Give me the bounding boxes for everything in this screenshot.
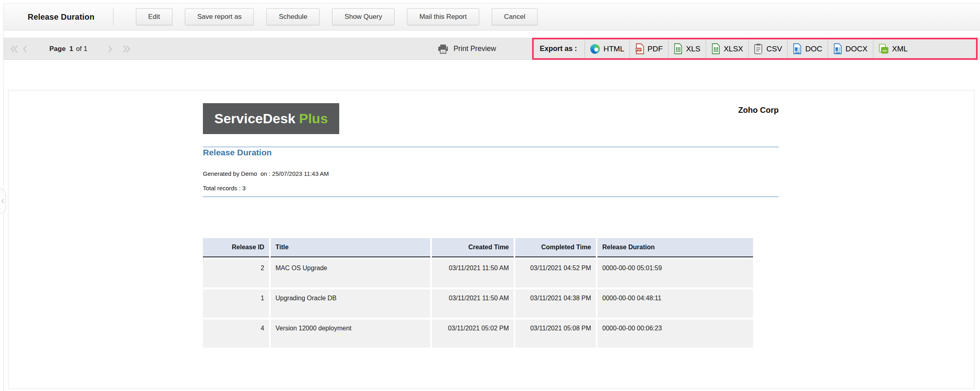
svg-text:PDF: PDF bbox=[636, 48, 641, 51]
svg-text:</>: </> bbox=[882, 49, 887, 53]
total-records-text: Total records : 3 bbox=[203, 185, 246, 191]
table-row: 2 MAC OS Upgrade 03/11/2021 11:50 AM 03/… bbox=[203, 259, 753, 287]
cell-title: Version 12000 deployment bbox=[271, 320, 430, 348]
cell-created-time: 03/11/2021 11:50 AM bbox=[432, 289, 514, 318]
cell-release-duration: 0000-00-00 00:06:23 bbox=[597, 320, 753, 348]
export-html-label: HTML bbox=[603, 45, 624, 53]
export-csv-button[interactable]: CSV bbox=[748, 39, 787, 58]
show-query-button[interactable]: Show Query bbox=[332, 8, 395, 25]
export-doc-label: DOC bbox=[805, 45, 822, 53]
cell-title: Upgrading Oracle DB bbox=[271, 289, 430, 318]
pdf-file-icon: PDF bbox=[635, 43, 644, 54]
export-as-label: Export as : bbox=[534, 39, 585, 58]
prev-page-icon[interactable] bbox=[20, 42, 30, 56]
export-pdf-label: PDF bbox=[648, 45, 663, 53]
column-header-completed-time: Completed Time bbox=[515, 238, 596, 257]
column-header-created-time: Created Time bbox=[432, 238, 514, 257]
cell-release-id: 4 bbox=[203, 320, 269, 348]
export-xls-label: XLS bbox=[686, 45, 701, 53]
xlsx-file-icon bbox=[711, 43, 720, 54]
column-header-release-id: Release ID bbox=[203, 238, 269, 257]
collapse-panel-handle[interactable] bbox=[0, 189, 6, 214]
release-duration-table: Release ID Title Created Time Completed … bbox=[201, 236, 755, 350]
report-toolbar: Release Duration Edit Save report as Sch… bbox=[4, 3, 980, 31]
export-xml-button[interactable]: </> XML bbox=[873, 39, 913, 58]
page-indicator: Page 1of 1 bbox=[49, 45, 87, 53]
print-preview-button[interactable]: Print Preview bbox=[438, 38, 496, 59]
cell-created-time: 03/11/2021 11:50 AM bbox=[432, 259, 514, 287]
cell-completed-time: 03/11/2021 04:38 PM bbox=[515, 289, 596, 318]
schedule-button[interactable]: Schedule bbox=[266, 8, 320, 25]
toolbar-button-row: Edit Save report as Schedule Show Query … bbox=[136, 8, 538, 25]
separator-line-bottom bbox=[203, 196, 779, 197]
csv-file-icon bbox=[754, 43, 763, 54]
export-bar: Export as : HTML PDF PDF XLS bbox=[532, 38, 978, 60]
release-duration-report-screen: Release Duration Edit Save report as Sch… bbox=[0, 0, 980, 391]
cell-completed-time: 03/11/2021 05:08 PM bbox=[515, 320, 596, 348]
mail-this-report-button[interactable]: Mail this Report bbox=[407, 8, 479, 25]
cell-release-id: 2 bbox=[203, 259, 269, 287]
xls-file-icon bbox=[674, 43, 682, 54]
cancel-button[interactable]: Cancel bbox=[492, 8, 538, 25]
export-xml-label: XML bbox=[892, 45, 908, 53]
column-header-release-duration: Release Duration bbox=[597, 238, 753, 257]
doc-file-icon bbox=[793, 43, 802, 54]
export-csv-label: CSV bbox=[766, 45, 782, 53]
company-name: Zoho Corp bbox=[203, 106, 779, 115]
cell-title: MAC OS Upgrade bbox=[271, 259, 430, 287]
export-pdf-button[interactable]: PDF PDF bbox=[630, 39, 668, 58]
export-docx-button[interactable]: DOCX bbox=[828, 39, 873, 58]
table-row: 4 Version 12000 deployment 03/11/2021 05… bbox=[203, 320, 753, 348]
pagination: Page 1of 1 bbox=[8, 38, 132, 59]
print-preview-label: Print Preview bbox=[454, 45, 496, 53]
cell-created-time: 03/11/2021 05:02 PM bbox=[432, 320, 514, 348]
save-report-as-button[interactable]: Save report as bbox=[185, 8, 254, 25]
page-number: Page 1 bbox=[49, 45, 73, 53]
cell-release-duration: 0000-00-00 05:01:59 bbox=[597, 259, 753, 287]
chevron-left-icon bbox=[1, 198, 5, 204]
pager-export-toolbar: Page 1of 1 Print Preview Export as : bbox=[4, 38, 980, 60]
export-docx-label: DOCX bbox=[846, 45, 868, 53]
printer-icon bbox=[438, 44, 448, 54]
page-total: of 1 bbox=[76, 45, 87, 53]
report-heading: Release Duration bbox=[203, 148, 272, 157]
edge-browser-icon bbox=[590, 44, 600, 54]
docx-file-icon bbox=[833, 43, 842, 54]
next-page-icon[interactable] bbox=[105, 42, 115, 56]
xml-file-icon: </> bbox=[879, 44, 889, 54]
last-page-icon[interactable] bbox=[120, 42, 132, 56]
export-xlsx-label: XLSX bbox=[724, 45, 743, 53]
export-xlsx-button[interactable]: XLSX bbox=[706, 39, 749, 58]
table-row: 1 Upgrading Oracle DB 03/11/2021 11:50 A… bbox=[203, 289, 753, 318]
report-title: Release Duration bbox=[28, 12, 95, 22]
cell-release-id: 1 bbox=[203, 289, 269, 318]
edit-button[interactable]: Edit bbox=[136, 8, 172, 25]
separator-line-top bbox=[203, 147, 779, 147]
generated-by-text: Generated by Demo on : 25/07/2023 11:43 … bbox=[203, 170, 329, 177]
export-doc-button[interactable]: DOC bbox=[787, 39, 827, 58]
export-xls-button[interactable]: XLS bbox=[668, 39, 706, 58]
table-header-row: Release ID Title Created Time Completed … bbox=[203, 238, 753, 257]
report-page: ServiceDesk Plus Zoho Corp Release Durat… bbox=[8, 90, 974, 389]
export-html-button[interactable]: HTML bbox=[585, 39, 630, 58]
column-header-title: Title bbox=[271, 238, 430, 257]
toolbar-divider bbox=[113, 8, 113, 25]
cell-completed-time: 03/11/2021 04:52 PM bbox=[515, 259, 596, 287]
first-page-icon[interactable] bbox=[8, 42, 20, 56]
cell-release-duration: 0000-00-00 04:48:11 bbox=[597, 289, 753, 318]
